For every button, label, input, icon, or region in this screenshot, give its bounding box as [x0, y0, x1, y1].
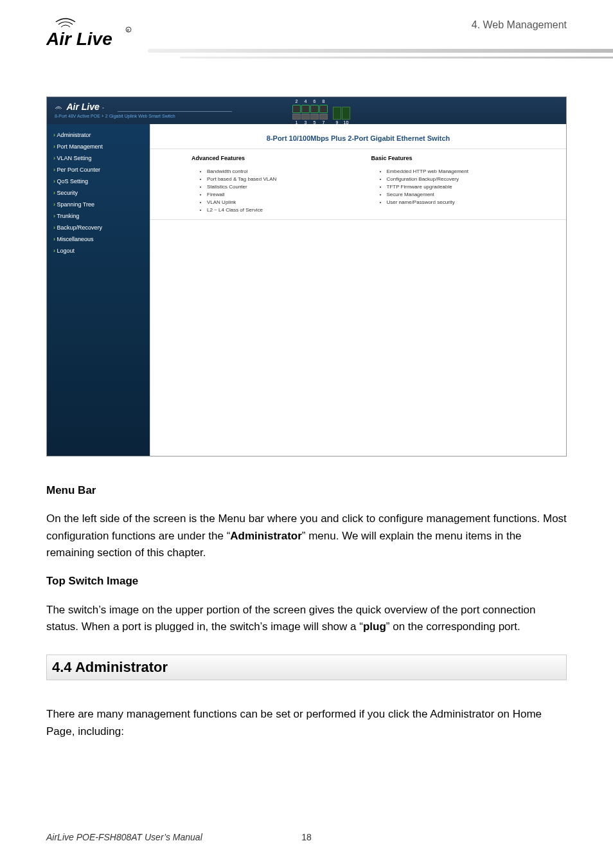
feature-columns: Advanced Features Bandwidth control Port…	[166, 155, 551, 214]
basic-features: Basic Features Embedded HTTP web Managem…	[371, 155, 526, 214]
svg-text:Air Live: Air Live	[46, 29, 112, 49]
port-label: 6	[310, 99, 319, 104]
sidebar-item-port-management[interactable]: Port Management	[47, 141, 150, 152]
content-title: 8-Port 10/100Mbps Plus 2-Port Gigabit Et…	[166, 134, 551, 142]
manual-name: AirLive POE-FSH808AT User’s Manual	[46, 832, 202, 842]
app-logo: Air Live ° 8-Port 48V Active POE + 2 Gig…	[55, 101, 175, 118]
port-led-icon	[292, 105, 301, 113]
feature-item: Embedded HTTP web Management	[387, 168, 526, 176]
body-text: There are many management functions can …	[46, 706, 567, 740]
feature-item: Firewall	[207, 191, 346, 199]
port-label: 4	[301, 99, 310, 104]
app-body: Administrator Port Management VLAN Setti…	[47, 124, 566, 456]
menu-bar-heading: Menu Bar	[46, 482, 567, 499]
sidebar-item-per-port-counter[interactable]: Per Port Counter	[47, 164, 150, 176]
section-heading: 4.4 Administrator	[46, 655, 567, 680]
feature-item: Configuration Backup/Recovery	[387, 176, 526, 183]
port-led-icon	[319, 105, 328, 113]
header-divider	[148, 49, 613, 53]
feature-item: TFTP Firmware upgradeable	[387, 183, 526, 191]
body-text: Menu Bar On the left side of the screen …	[46, 482, 567, 635]
brand-logo: Air Live R	[46, 13, 136, 60]
menu-bar-paragraph: On the left side of the screen is the Me…	[46, 511, 567, 561]
sidebar-item-vlan-setting[interactable]: VLAN Setting	[47, 152, 150, 164]
top-switch-heading: Top Switch Image	[46, 573, 567, 590]
sidebar-item-spanning-tree[interactable]: Spanning Tree	[47, 199, 150, 210]
top-switch-paragraph: The switch’s image on the upper portion …	[46, 602, 567, 636]
advanced-features-title: Advanced Features	[191, 155, 346, 161]
sidebar: Administrator Port Management VLAN Setti…	[47, 124, 150, 456]
wifi-icon	[55, 101, 62, 113]
header-divider	[180, 57, 613, 59]
port-jack-icon	[301, 114, 310, 120]
page-footer: AirLive POE-FSH808AT User’s Manual 18	[46, 832, 567, 842]
page-number: 18	[301, 832, 312, 842]
text-span: ” on the corresponding port.	[386, 620, 520, 633]
sidebar-item-security[interactable]: Security	[47, 187, 150, 199]
sidebar-item-logout[interactable]: Logout	[47, 245, 150, 257]
text-strong: Administrator	[230, 530, 301, 542]
feature-item: Port based & Tag based VLAN	[207, 176, 346, 183]
advanced-features: Advanced Features Bandwidth control Port…	[191, 155, 346, 214]
divider	[150, 219, 566, 220]
port-led-icon	[301, 105, 310, 113]
chapter-label: 4. Web Management	[472, 19, 567, 31]
sidebar-item-backup-recovery[interactable]: Backup/Recovery	[47, 222, 150, 233]
page-header: Air Live R 4. Web Management	[0, 0, 613, 64]
basic-features-title: Basic Features	[371, 155, 526, 161]
feature-item: Bandwidth control	[207, 168, 346, 176]
port-jack-icon	[310, 114, 319, 120]
content-area: 8-Port 10/100Mbps Plus 2-Port Gigabit Et…	[150, 124, 566, 456]
airlive-logo-icon: Air Live R	[46, 13, 136, 58]
uplink-group: 9 10	[333, 107, 350, 125]
app-brand-text: Air Live	[66, 102, 99, 112]
feature-item: Statistics Counter	[207, 183, 346, 191]
port-panel: 2 4 6 8 1 3 5 7 9 10	[292, 99, 350, 125]
uplink-jack-icon	[342, 107, 350, 120]
feature-item: VLAN Uplink	[207, 199, 346, 206]
port-label: 8	[319, 99, 328, 104]
port-led-icon	[310, 105, 319, 113]
app-header: Air Live ° 8-Port 48V Active POE + 2 Gig…	[47, 97, 566, 124]
sidebar-item-trunking[interactable]: Trunking	[47, 210, 150, 222]
feature-item: L2 ~ L4 Class of Service	[207, 206, 346, 214]
svg-text:R: R	[127, 28, 130, 32]
feature-item: Secure Management	[387, 191, 526, 199]
port-label: 2	[292, 99, 301, 104]
port-jack-icon	[292, 114, 301, 120]
port-group: 2 4 6 8 1 3 5 7	[292, 99, 328, 125]
admin-paragraph: There are many management functions can …	[46, 706, 567, 740]
sidebar-item-qos-setting[interactable]: QoS Setting	[47, 176, 150, 187]
text-strong: plug	[363, 620, 386, 633]
app-subtitle: 8-Port 48V Active POE + 2 Gigabit Uplink…	[55, 114, 175, 118]
sidebar-item-miscellaneous[interactable]: Miscellaneous	[47, 233, 150, 245]
divider	[150, 149, 566, 149]
feature-item: User name/Password security	[387, 199, 526, 206]
port-jack-icon	[319, 114, 328, 120]
uplink-jack-icon	[333, 107, 341, 120]
sidebar-item-administrator[interactable]: Administrator	[47, 129, 150, 141]
app-screenshot: Air Live ° 8-Port 48V Active POE + 2 Gig…	[46, 96, 567, 457]
